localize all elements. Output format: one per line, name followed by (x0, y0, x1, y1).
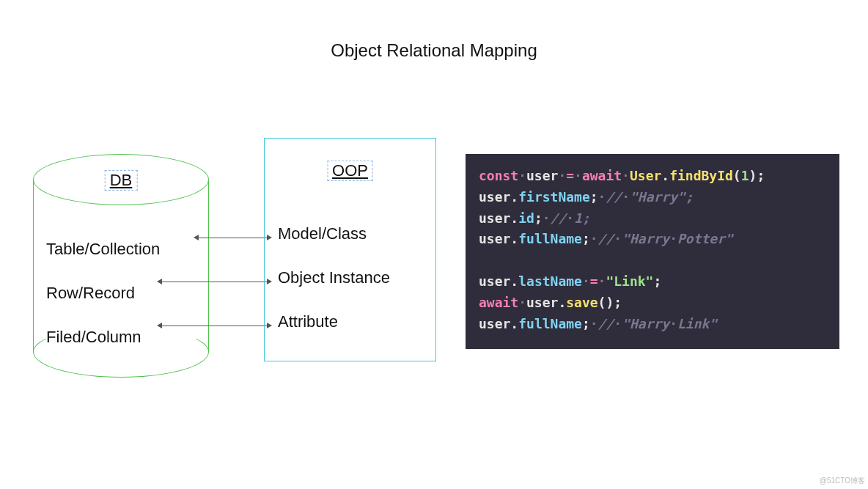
code-line: user.id;·//·1; (479, 208, 826, 229)
db-label: DB (105, 170, 138, 191)
arrow-1 (198, 238, 268, 238)
code-line: user.fullName;·//·"Harry·Link" (479, 314, 826, 335)
oop-item-instance: Object Instance (278, 256, 390, 300)
oop-items: Model/Class Object Instance Attribute (278, 212, 390, 344)
arrow-2 (161, 282, 268, 282)
db-item-row: Row/Record (46, 271, 160, 315)
page-title: Object Relational Mapping (0, 40, 868, 61)
code-line: user.firstName;·//·"Harry"; (479, 187, 826, 208)
code-line: user.fullName;·//·"Harry·Potter" (479, 229, 826, 250)
db-item-field: Filed/Column (46, 315, 160, 359)
code-line: const·user·=·await·User.findById(1); (479, 166, 826, 187)
code-line (479, 250, 826, 271)
code-line: user.lastName·=·"Link"; (479, 271, 826, 293)
code-block: const·user·=·await·User.findById(1);user… (466, 154, 839, 349)
db-item-table: Table/Collection (46, 227, 160, 271)
db-cylinder: DB Table/Collection Row/Record Filed/Col… (33, 154, 209, 378)
watermark: @51CTO博客 (820, 476, 865, 486)
oop-item-attribute: Attribute (278, 300, 390, 344)
code-line: await·user.save(); (479, 293, 826, 314)
oop-label: OOP (327, 161, 373, 181)
oop-item-model: Model/Class (278, 212, 390, 256)
db-items: Table/Collection Row/Record Filed/Column (46, 227, 160, 359)
arrow-3 (161, 326, 268, 326)
oop-box: OOP Model/Class Object Instance Attribut… (264, 138, 436, 361)
